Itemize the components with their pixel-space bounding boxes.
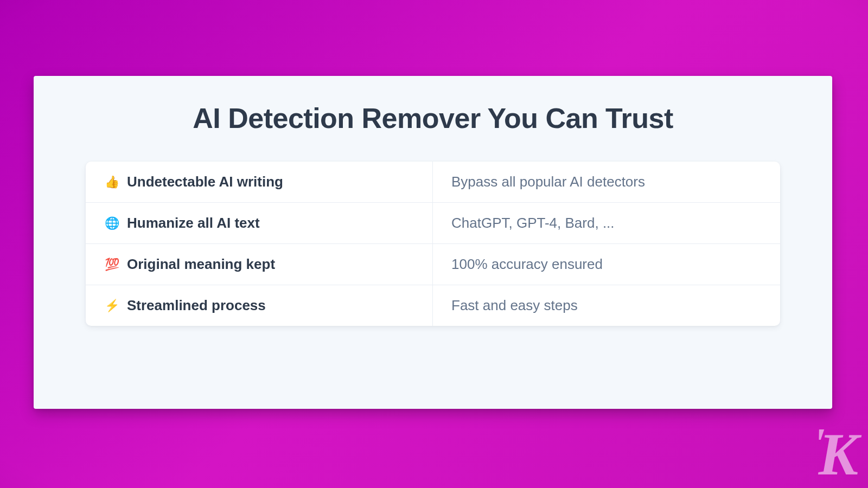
feature-label: Humanize all AI text [127,215,260,232]
feature-label: Streamlined process [127,297,266,314]
feature-card: AI Detection Remover You Can Trust 👍 Und… [34,76,832,409]
feature-cell-left: 🌐 Humanize all AI text [86,203,433,243]
thumbs-up-icon: 👍 [104,175,119,190]
feature-cell-left: 👍 Undetectable AI writing [86,162,433,202]
feature-label: Original meaning kept [127,256,275,273]
feature-desc: Bypass all popular AI detectors [451,174,645,190]
feature-table: 👍 Undetectable AI writing Bypass all pop… [86,162,780,326]
feature-cell-right: Fast and easy steps [433,285,780,326]
feature-cell-left: ⚡ Streamlined process [86,285,433,326]
watermark-logo: 'K [813,426,856,478]
globe-icon: 🌐 [104,216,119,231]
feature-cell-right: Bypass all popular AI detectors [433,162,780,202]
feature-label: Undetectable AI writing [127,174,283,190]
page-title: AI Detection Remover You Can Trust [193,102,673,134]
table-row: 👍 Undetectable AI writing Bypass all pop… [86,162,780,203]
feature-cell-right: 100% accuracy ensured [433,244,780,285]
table-row: 💯 Original meaning kept 100% accuracy en… [86,244,780,285]
lightning-icon: ⚡ [104,298,119,313]
feature-desc: ChatGPT, GPT-4, Bard, ... [451,215,615,232]
feature-desc: Fast and easy steps [451,297,578,314]
hundred-icon: 💯 [104,257,119,272]
table-row: ⚡ Streamlined process Fast and easy step… [86,285,780,326]
feature-desc: 100% accuracy ensured [451,256,603,273]
feature-cell-left: 💯 Original meaning kept [86,244,433,285]
feature-cell-right: ChatGPT, GPT-4, Bard, ... [433,203,780,243]
table-row: 🌐 Humanize all AI text ChatGPT, GPT-4, B… [86,203,780,244]
